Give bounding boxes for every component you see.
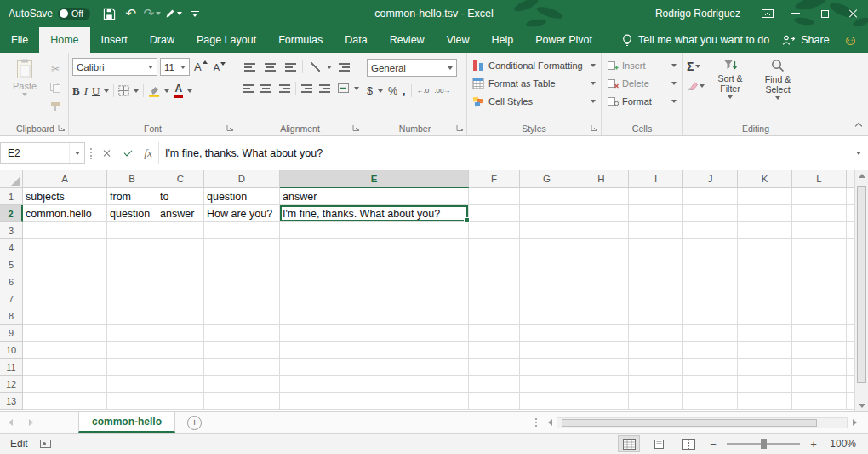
find-select-button[interactable]: Find & Select bbox=[756, 56, 800, 100]
cell-E9[interactable] bbox=[280, 325, 469, 342]
formula-bar-expand-button[interactable] bbox=[849, 142, 868, 164]
align-center-button[interactable] bbox=[259, 80, 273, 96]
cell-D6[interactable] bbox=[204, 273, 280, 290]
cell-B11[interactable] bbox=[107, 359, 157, 376]
cell-H13[interactable] bbox=[574, 393, 629, 410]
cell-B13[interactable] bbox=[107, 393, 157, 410]
cell-E3[interactable] bbox=[280, 222, 469, 239]
cell-C7[interactable] bbox=[157, 290, 204, 307]
cell-F6[interactable] bbox=[469, 273, 520, 290]
alignment-dialog-launcher[interactable] bbox=[352, 124, 360, 132]
cell-E2[interactable]: I'm fine, thanks. What about you? bbox=[280, 205, 469, 222]
cell-J5[interactable] bbox=[683, 256, 738, 273]
redo-button[interactable]: ↷ bbox=[143, 3, 162, 25]
hscroll-left-button[interactable] bbox=[543, 419, 557, 426]
cell-J6[interactable] bbox=[683, 273, 738, 290]
close-button[interactable] bbox=[839, 0, 868, 27]
row-header-3[interactable]: 3 bbox=[0, 222, 23, 239]
feedback-smiley-button[interactable]: ☺ bbox=[843, 27, 858, 53]
scroll-up-icon[interactable] bbox=[859, 174, 865, 178]
tab-review[interactable]: Review bbox=[379, 27, 436, 53]
cell-K4[interactable] bbox=[738, 239, 792, 256]
cell-H5[interactable] bbox=[574, 256, 629, 273]
tab-file[interactable]: File bbox=[0, 27, 39, 53]
cell-G6[interactable] bbox=[520, 273, 574, 290]
undo-button[interactable]: ↶ bbox=[122, 3, 140, 25]
cell-E1[interactable]: answer bbox=[280, 188, 469, 205]
cell-J1[interactable] bbox=[683, 188, 738, 205]
cell-K1[interactable] bbox=[738, 188, 792, 205]
cell-F11[interactable] bbox=[469, 359, 520, 376]
cell-B10[interactable] bbox=[107, 342, 157, 359]
cell-C5[interactable] bbox=[157, 256, 204, 273]
page-layout-view-button[interactable] bbox=[648, 435, 670, 452]
cell-D2[interactable]: How are you? bbox=[204, 205, 280, 222]
cell-K2[interactable] bbox=[738, 205, 792, 222]
cell-B12[interactable] bbox=[107, 376, 157, 393]
cell-J7[interactable] bbox=[683, 290, 738, 307]
tab-draw[interactable]: Draw bbox=[139, 27, 186, 53]
customize-quick-access-button[interactable] bbox=[186, 3, 204, 25]
align-middle-button[interactable] bbox=[261, 59, 278, 75]
row-header-13[interactable]: 13 bbox=[0, 393, 23, 410]
tab-view[interactable]: View bbox=[436, 27, 481, 53]
fill-color-icon[interactable] bbox=[148, 85, 160, 97]
cell-L11[interactable] bbox=[792, 359, 847, 376]
cell-K5[interactable] bbox=[738, 256, 792, 273]
col-header-A[interactable]: A bbox=[23, 170, 107, 188]
formula-bar-grip[interactable] bbox=[89, 147, 93, 159]
cell-H12[interactable] bbox=[574, 376, 629, 393]
cell-F1[interactable] bbox=[469, 188, 520, 205]
decrease-decimal-button[interactable]: .00→ bbox=[434, 87, 450, 95]
cell-I1[interactable] bbox=[629, 188, 683, 205]
cell-M13[interactable] bbox=[847, 393, 854, 410]
cell-A9[interactable] bbox=[23, 325, 107, 342]
tab-data[interactable]: Data bbox=[334, 27, 378, 53]
cell-K13[interactable] bbox=[738, 393, 792, 410]
zoom-slider[interactable] bbox=[727, 443, 800, 445]
sort-filter-button[interactable]: Sort & Filter bbox=[708, 56, 752, 100]
cell-L10[interactable] bbox=[792, 342, 847, 359]
cell-G4[interactable] bbox=[520, 239, 574, 256]
col-header-M[interactable]: M bbox=[847, 170, 854, 188]
align-right-button[interactable] bbox=[277, 80, 292, 96]
zoom-level[interactable]: 100% bbox=[827, 438, 856, 450]
cell-L8[interactable] bbox=[792, 307, 847, 325]
cell-F10[interactable] bbox=[469, 342, 520, 359]
delete-cells-button[interactable]: Delete bbox=[605, 74, 679, 92]
row-header-2[interactable]: 2 bbox=[0, 205, 23, 222]
row-header-5[interactable]: 5 bbox=[0, 256, 23, 273]
cell-I12[interactable] bbox=[629, 376, 683, 393]
cell-I13[interactable] bbox=[629, 393, 683, 410]
horizontal-scrollbar[interactable] bbox=[543, 412, 861, 433]
cell-B6[interactable] bbox=[107, 273, 157, 290]
formula-input[interactable]: I'm fine, thanks. What about you? bbox=[158, 142, 849, 164]
cell-C6[interactable] bbox=[157, 273, 204, 290]
row-header-7[interactable]: 7 bbox=[0, 290, 23, 307]
cell-F3[interactable] bbox=[469, 222, 520, 239]
cell-M11[interactable] bbox=[847, 359, 854, 376]
comma-style-button[interactable]: , bbox=[403, 85, 405, 97]
number-format-select[interactable]: General bbox=[367, 59, 457, 77]
number-dialog-launcher[interactable] bbox=[456, 124, 464, 132]
cell-G9[interactable] bbox=[520, 325, 574, 342]
align-bottom-button[interactable] bbox=[282, 59, 299, 75]
cell-M1[interactable] bbox=[847, 188, 854, 205]
minimize-button[interactable] bbox=[781, 0, 810, 27]
cell-I4[interactable] bbox=[629, 239, 683, 256]
user-name[interactable]: Rodrigo Rodriguez bbox=[655, 8, 740, 20]
insert-function-button[interactable]: fx bbox=[138, 142, 158, 164]
cell-J9[interactable] bbox=[683, 325, 738, 342]
cell-J11[interactable] bbox=[683, 359, 738, 376]
cell-D13[interactable] bbox=[204, 393, 280, 410]
cell-I3[interactable] bbox=[629, 222, 683, 239]
col-header-L[interactable]: L bbox=[792, 170, 847, 188]
cell-A11[interactable] bbox=[23, 359, 107, 376]
cell-C11[interactable] bbox=[157, 359, 204, 376]
underline-button[interactable]: U bbox=[92, 84, 100, 98]
cell-L4[interactable] bbox=[792, 239, 847, 256]
cell-F8[interactable] bbox=[469, 307, 520, 325]
cut-button[interactable]: ✂ bbox=[46, 60, 65, 77]
decrease-font-size-button[interactable]: A bbox=[212, 62, 227, 72]
cancel-button[interactable] bbox=[97, 142, 117, 164]
